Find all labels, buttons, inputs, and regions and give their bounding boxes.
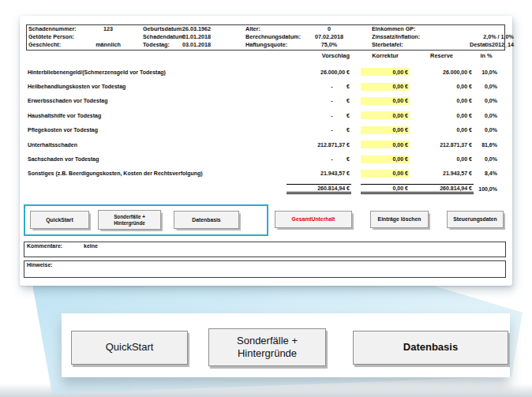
row-label: Pflegekosten vor Todestag — [26, 127, 287, 133]
table-row: Unterhaltsschaden 212.871,37 € 0,00 € 21… — [26, 137, 499, 152]
korrektur-input[interactable]: 0,00 € — [361, 170, 410, 178]
field-value: 03.01.2018 — [165, 41, 228, 49]
vorschlag-value: 21.943,57 € — [287, 170, 351, 176]
reserve-value: 0,00 € — [410, 156, 474, 162]
datenbasis-button[interactable]: Datenbasis — [174, 211, 239, 229]
percent-value: 81,6% — [474, 142, 499, 148]
percent-value: 0,0% — [474, 113, 499, 118]
case-header-box: Schadennummer: 123 Geburtsdatum: 26.03.1… — [26, 24, 505, 51]
totals-row: 260.814,94 € 0,00 € 260.814,94 € 100,0% — [26, 184, 499, 194]
steuerungsdaten-button[interactable]: Steuerungsdaten — [447, 211, 504, 228]
percent-value: 0,0% — [474, 98, 499, 103]
korrektur-input[interactable]: 0,00 € — [361, 140, 410, 148]
vorschlag-value: 212.871,37 € — [287, 142, 351, 148]
korrektur-input[interactable]: 0,00 € — [361, 68, 410, 76]
row-label: Hinterbliebenengeld/(Schmerzensgeld vor … — [26, 69, 287, 75]
kommentare-field[interactable]: Kommentare: keine — [24, 242, 506, 257]
page: Schadennummer: 123 Geburtsdatum: 26.03.1… — [0, 0, 532, 397]
row-label: Heilbehandlungskosten vor Todestag — [26, 84, 287, 89]
field-label: Haftungsquote: — [245, 41, 287, 49]
total-reserve: 260.814,94 € — [410, 184, 474, 194]
hinweise-label: Hinweise: — [27, 262, 53, 268]
table-row: Haushaltshilfe vor Todestag - € 0,00 € 0… — [26, 108, 499, 122]
vorschlag-value: - € — [287, 84, 351, 89]
percent-value: 10,0% — [474, 69, 499, 75]
reserve-value: 0,00 € — [410, 98, 474, 103]
korrektur-input[interactable]: 0,00 € — [361, 155, 410, 163]
korrektur-input[interactable]: 0,00 € — [361, 83, 410, 91]
quickstart-button[interactable]: QuickStart — [30, 211, 89, 229]
quickstart-button-magnified[interactable]: QuickStart — [71, 331, 188, 365]
field-value: männlich — [77, 41, 140, 49]
row-label: Unterhaltsschaden — [26, 142, 287, 148]
sonderfaelle-button-magnified[interactable]: Sonderfälle + Hintergründe — [208, 328, 326, 366]
case-header-row: Geschlecht: männlich Todestag: 03.01.201… — [27, 41, 504, 49]
row-label: Erwerbsschaden vor Todestag — [26, 98, 287, 103]
kommentare-label: Kommentare: — [27, 243, 62, 249]
vorschlag-value: - € — [287, 113, 351, 118]
reserve-value: 0,00 € — [410, 84, 474, 89]
percent-value: 0,0% — [474, 156, 499, 162]
kommentare-value: keine — [84, 243, 98, 249]
table-row: Pflegekosten vor Todestag - € 0,00 € 0,0… — [26, 123, 499, 137]
field-label: Geschlecht: — [28, 41, 61, 49]
reserve-value: 212.871,37 € — [410, 142, 474, 148]
vorschlag-value: - € — [287, 98, 351, 103]
field-label: Schadennummer: — [28, 25, 77, 33]
vorschlag-value: 26.000,00 € — [287, 69, 351, 75]
reserve-value: 21.943,57 € — [410, 170, 474, 176]
field-value: 01.01.2018 — [165, 33, 228, 41]
eintraege-loeschen-button[interactable]: Einträge löschen — [370, 211, 429, 228]
field-value: 123 — [77, 25, 140, 33]
table-row: Heilbehandlungskosten vor Todestag - € 0… — [26, 79, 499, 93]
gesamtunterhalt-button[interactable]: GesamtUnterhalt — [275, 211, 352, 228]
field-label: Alter: — [245, 25, 260, 33]
field-value: 07.02.2018 — [298, 33, 361, 41]
column-headers: Vorschlag Korrektur Reserve in % — [26, 52, 499, 59]
column-header-vorschlag: Vorschlag — [287, 52, 351, 59]
column-header-percent: in % — [474, 52, 499, 59]
table-row: Erwerbsschaden vor Todestag - € 0,00 € 0… — [26, 94, 499, 108]
case-header-row: Getötete Person: Schadendatum: 01.01.201… — [27, 33, 504, 41]
table-row: Sonstiges (z.B. Beerdigungskosten, Koste… — [26, 167, 499, 181]
total-percent: 100,0% — [474, 186, 499, 192]
datenbasis-button-magnified[interactable]: Datenbasis — [353, 331, 508, 365]
field-label: Getötete Person: — [28, 33, 74, 41]
case-header-row: Schadennummer: 123 Geburtsdatum: 26.03.1… — [27, 25, 504, 33]
percent-value: 0,0% — [474, 84, 499, 89]
row-label: Sonstiges (z.B. Beerdigungskosten, Koste… — [26, 170, 287, 176]
field-value: Destatis2012_14 — [395, 41, 514, 49]
row-label: Sachschaden vor Todestag — [26, 156, 287, 162]
percent-value: 0,0% — [474, 127, 499, 133]
table-row: Sachschaden vor Todestag - € 0,00 € 0,00… — [26, 152, 499, 166]
field-value: 0 — [298, 25, 361, 33]
field-value: 2,0% / 1,0% — [395, 33, 514, 41]
korrektur-input[interactable]: 0,00 € — [361, 111, 410, 119]
percent-value: 8,4% — [474, 170, 499, 176]
hinweise-field[interactable]: Hinweise: — [24, 260, 506, 278]
korrektur-input[interactable]: 0,00 € — [361, 97, 410, 105]
column-header-korrektur: Korrektur — [361, 52, 410, 59]
spreadsheet-panel: Schadennummer: 123 Geburtsdatum: 26.03.1… — [20, 16, 512, 286]
total-korrektur: 0,00 € — [361, 184, 410, 194]
magnified-callout: QuickStart Sonderfälle + Hintergründe Da… — [62, 313, 510, 377]
vorschlag-value: - € — [287, 156, 351, 162]
field-value: 26.03.1962 — [165, 25, 228, 33]
field-label: Berechnungsdatum: — [245, 33, 301, 41]
row-label: Haushaltshilfe vor Todestag — [26, 113, 287, 118]
table-row: Hinterbliebenengeld/(Schmerzensgeld vor … — [26, 65, 499, 79]
korrektur-input[interactable]: 0,00 € — [361, 126, 410, 134]
reserve-value: 26.000,00 € — [410, 69, 474, 75]
total-vorschlag: 260.814,94 € — [287, 184, 351, 194]
field-value: 75,0% — [298, 41, 361, 49]
damage-table: Hinterbliebenengeld/(Schmerzensgeld vor … — [26, 65, 499, 181]
sonderfaelle-button[interactable]: Sonderfälle + Hintergründe — [98, 210, 161, 230]
reserve-value: 0,00 € — [410, 113, 474, 118]
reserve-value: 0,00 € — [410, 127, 474, 133]
field-label: Einkommen GP: — [372, 25, 416, 33]
vorschlag-value: - € — [287, 127, 351, 133]
column-header-reserve: Reserve — [410, 52, 474, 59]
